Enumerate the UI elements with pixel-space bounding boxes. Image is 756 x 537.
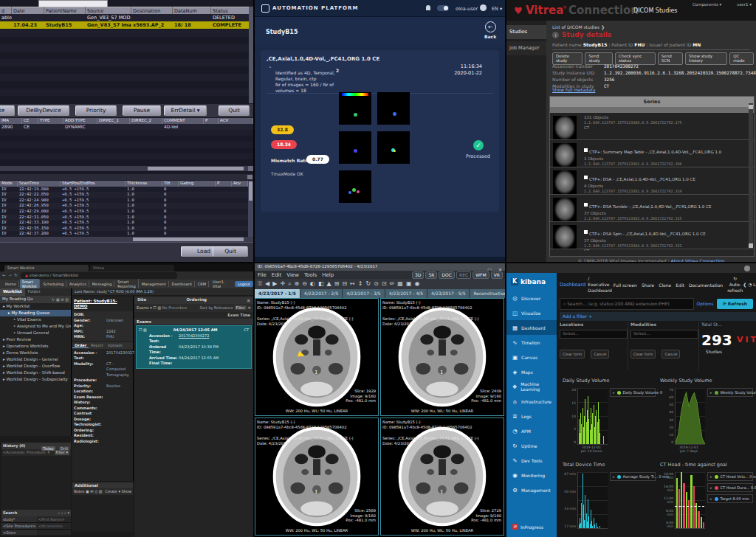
series-checkbox[interactable] bbox=[584, 148, 588, 152]
legend-entry[interactable]: ▸Target 8.00 min bbox=[707, 494, 753, 503]
map-thumbnail-1[interactable] bbox=[339, 92, 371, 125]
mode-doc-button[interactable]: DOC bbox=[439, 271, 455, 279]
target-icon[interactable]: ⊙ bbox=[374, 279, 379, 289]
series-list-item[interactable]: 131 Objects1.2.840.113747.1579113368.6.9… bbox=[550, 113, 754, 140]
series-scrollbar[interactable] bbox=[749, 103, 753, 249]
worklist-tree-item[interactable]: ▸ My Worklist bbox=[0, 303, 71, 310]
series-list-item[interactable]: CTP+: DSA Spin - ,CE,Axial,1.0,4D-Vol,_,… bbox=[550, 222, 754, 249]
sidebar-item-logs[interactable]: ≣Logs bbox=[506, 409, 557, 423]
back-icon[interactable]: ← bbox=[2, 272, 6, 278]
legend-entry[interactable]: ▸CT Head Volu... 0 exams bbox=[707, 472, 753, 481]
window-level-icon[interactable]: ◐ bbox=[310, 279, 315, 289]
show-metadata-link[interactable]: Show full metadata bbox=[552, 87, 595, 93]
logout-button[interactable]: Logout bbox=[235, 281, 253, 288]
worklist-tree-item[interactable]: • Assigned to Me and My Groups bbox=[0, 323, 71, 330]
search-cell[interactable] bbox=[37, 530, 71, 536]
layout-icon[interactable]: ⊞ bbox=[334, 279, 340, 289]
del-by-device-button[interactable]: DelByDevice bbox=[18, 105, 69, 116]
show-button[interactable]: Show bbox=[122, 489, 132, 493]
mode-rec-button[interactable]: REC bbox=[456, 271, 471, 279]
locations-select[interactable]: Select... bbox=[560, 330, 628, 339]
forward-icon[interactable]: → bbox=[8, 272, 12, 278]
back-icon[interactable]: ← bbox=[485, 21, 496, 32]
menu-edit[interactable]: Edit bbox=[272, 272, 282, 278]
url-field[interactable]: ▲ vital-demo / SmartWorklist bbox=[21, 272, 177, 279]
series-tab[interactable]: 4/23/2017 - 3/5 bbox=[343, 289, 384, 298]
add-filter-link[interactable]: Add a filter + bbox=[560, 312, 756, 321]
user-menu[interactable]: user1 ▾ bbox=[737, 2, 752, 7]
history-filter-input[interactable]: <Accession, Procedure, Patient Name> bbox=[3, 450, 50, 455]
sidebar-item-maps[interactable]: ◈Maps bbox=[506, 364, 557, 379]
tab-folder[interactable]: Folder bbox=[25, 288, 44, 295]
image-viewport[interactable]: Name: StudyB15 (-) ID: 098591a7-4bc8-45d… bbox=[255, 418, 379, 536]
cine-icon[interactable]: ◉ bbox=[414, 279, 419, 289]
exams-dropdown[interactable]: Exams ▾ bbox=[137, 305, 152, 310]
pan-icon[interactable]: ✛ bbox=[280, 279, 285, 289]
capture-icon[interactable]: ▣ bbox=[406, 279, 412, 289]
sidebar-item-canvas[interactable]: ▣Canvas bbox=[506, 350, 557, 364]
chevron-down-icon[interactable]: ⌄ bbox=[268, 63, 272, 70]
image-viewport[interactable]: Name: StudyB15 (-) ID: 098591a7-4bc8-45d… bbox=[380, 418, 504, 536]
mode-wfm-button[interactable]: WFM bbox=[472, 271, 489, 279]
series-hscrollbar[interactable] bbox=[0, 166, 253, 171]
series-tab[interactable]: Reconstructions - 1/4 bbox=[470, 289, 505, 298]
timerange-picker[interactable]: ❮ ◔ Last 60 days ❯ bbox=[743, 282, 756, 288]
reload-icon[interactable]: ↻ bbox=[14, 272, 18, 278]
grid-icon[interactable]: ▦ bbox=[397, 279, 403, 289]
search-cell[interactable]: <First Name> bbox=[37, 516, 71, 522]
map-thumbnail-3[interactable] bbox=[339, 131, 371, 164]
nav-item-messaging[interactable]: Messaging bbox=[90, 281, 115, 287]
exam-card[interactable]: ☐ ▥ 04/24/2017 12:05 AM CT Accession - T… bbox=[136, 325, 252, 369]
filter-button[interactable]: Filter bbox=[235, 305, 247, 310]
scan-vscrollbar[interactable] bbox=[248, 181, 253, 243]
breadcrumb-dashboard[interactable]: Dashboard bbox=[560, 282, 585, 288]
sidebar-item-management[interactable]: ⚙Management bbox=[506, 482, 557, 497]
bell-icon[interactable] bbox=[426, 5, 430, 10]
series-tab[interactable]: 4/23/2017 - 4/5 bbox=[385, 289, 427, 298]
theme-toggle[interactable] bbox=[437, 5, 449, 11]
locations-cancel-button[interactable]: Cancel bbox=[591, 350, 609, 358]
menu-file[interactable]: File bbox=[258, 272, 267, 278]
sidebar-item-studies[interactable]: Studies bbox=[506, 25, 546, 39]
nav-item-smart-reporting[interactable]: Smart Reporting bbox=[115, 279, 138, 289]
map-thumbnail-5[interactable] bbox=[339, 170, 371, 203]
table-row[interactable]: 2890CEDYNAMIC4D-Vol bbox=[0, 124, 253, 130]
rotate-icon[interactable]: ↻ bbox=[366, 279, 371, 289]
table-row[interactable]: IV22:42:24.900+0.5 +159.51.00 bbox=[0, 198, 248, 204]
breadcrumb[interactable]: List of DICOM studies ❯ bbox=[552, 24, 605, 30]
sidebar-item-job-manager[interactable]: Job Manager bbox=[506, 41, 546, 55]
table-row[interactable]: IV22:42:26.950+0.5 +159.51.00 bbox=[0, 203, 248, 209]
worklist-tree-item[interactable]: ▸ Worklist Design - Subspecialty bbox=[0, 376, 71, 383]
err-detail-button[interactable]: ErrDetail ▾ bbox=[164, 105, 207, 116]
table-row[interactable]: IV22:42:37.200+0.5 +159.51.00 bbox=[0, 231, 248, 237]
legend-entry[interactable]: ▸Daily Study Volume 0 bbox=[610, 388, 656, 397]
sidebar-item-dashboard[interactable]: ▦Dashboard bbox=[506, 320, 557, 335]
magnify-icon[interactable]: ⌕ bbox=[288, 279, 291, 289]
avatar[interactable] bbox=[480, 4, 487, 11]
worklist-tree-item[interactable]: ▸ Worklist Design - Shift-based bbox=[0, 370, 71, 376]
sidebar-item-monitoring[interactable]: ◉Monitoring bbox=[506, 468, 557, 482]
mode-sr-button[interactable]: SR bbox=[425, 271, 437, 279]
series-checkbox[interactable] bbox=[584, 176, 588, 179]
tab-order[interactable]: Order bbox=[72, 343, 89, 349]
language-select[interactable]: EN ▾ bbox=[492, 6, 502, 13]
sidebar-item-infrastructure[interactable]: ⌂Infrastructure bbox=[506, 394, 557, 409]
tab-uploads[interactable]: Uploads bbox=[106, 343, 125, 348]
nav-item-analytics[interactable]: Analytics bbox=[67, 281, 89, 287]
sidebar-item-dev-tools[interactable]: ✎Dev Tools bbox=[506, 453, 557, 468]
queue-toolbar-icons[interactable]: ↻ ▦ ⚙ ▥ bbox=[52, 297, 69, 302]
search-icons[interactable]: ⌕ ⌕ ⌕ ▾ bbox=[58, 510, 69, 516]
autorefresh-action[interactable]: ↻Auto-refresh bbox=[727, 276, 743, 294]
legend-entry[interactable]: ▸CT Head Dura... 0.00 min bbox=[707, 483, 753, 492]
nav-item-scheduling[interactable]: Scheduling bbox=[41, 281, 66, 287]
history-filter-dropdown[interactable]: Filter ▾ bbox=[55, 450, 69, 455]
table-row[interactable]: IV22:42:31.050+0.5 +159.51.00 bbox=[0, 215, 248, 221]
browser-tab-1[interactable]: Smart Worklist bbox=[4, 265, 89, 271]
search-cell[interactable]: study* bbox=[1, 516, 37, 522]
table-row[interactable]: 17.04.23StudyB15Gen_V83_S7 Imagesx5693.A… bbox=[0, 21, 253, 29]
profile-icon[interactable] bbox=[744, 266, 750, 271]
locations-clear-button[interactable]: Clear form bbox=[560, 350, 585, 358]
quit-button-bottom[interactable]: Quit bbox=[213, 246, 248, 257]
layout-alt-icon[interactable]: ⊟ bbox=[342, 279, 347, 289]
worklist-tree-item[interactable]: ▸ Demo Worklists bbox=[0, 350, 71, 356]
